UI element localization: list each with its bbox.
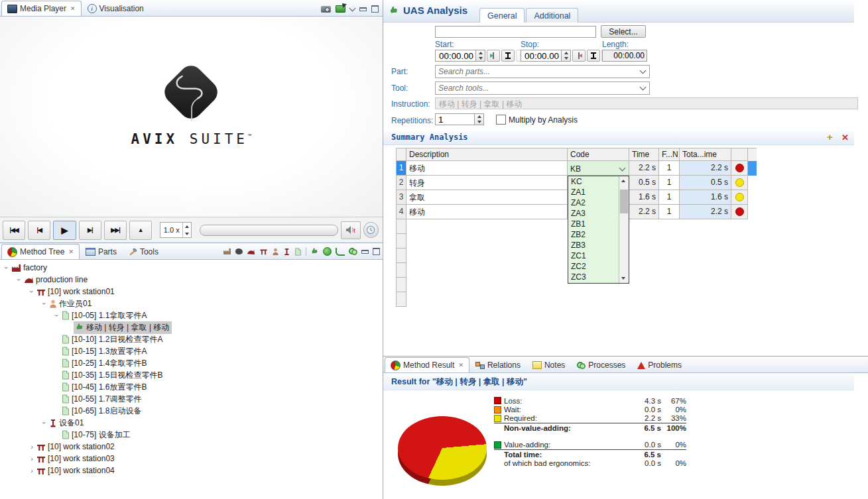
new-method-step-icon[interactable] [294,248,302,256]
tree-item-uas-analysis[interactable]: › 移动 | 转身 | 拿取 | 移动 [0,321,383,333]
new-process-icon[interactable] [349,248,357,255]
freq-cell[interactable]: 1 [659,205,680,219]
header-code[interactable]: Code [568,148,629,161]
tab-method-tree[interactable]: Method Tree ✕ [1,244,80,259]
scrollbar-thumb[interactable] [620,190,628,213]
set-start-from-player-button[interactable] [487,50,500,62]
header-time[interactable]: Time [629,148,659,161]
view-menu-icon[interactable] [349,5,356,11]
freq-cell[interactable]: 1 [659,161,680,176]
tree-item-factory[interactable]: › factory [0,262,383,274]
tab-additional[interactable]: Additional [526,8,578,23]
start-time-input[interactable] [435,50,476,62]
expander-icon[interactable]: › [28,443,36,450]
step-forward-button[interactable]: ▶| [79,221,101,240]
new-time-analysis-icon[interactable] [323,247,332,256]
start-time-spinner[interactable] [476,50,485,62]
select-button[interactable]: Select... [601,25,646,38]
stop-button[interactable]: ▲ [129,221,152,240]
tree-item-production-line[interactable]: › production line [0,274,383,286]
new-operator-icon[interactable] [272,248,279,256]
maximize-icon[interactable] [371,5,379,13]
audio-button[interactable]: ! [341,221,360,239]
multiply-checkbox[interactable] [496,115,506,125]
tree-item-step-10-35[interactable]: › [10-35] 1.5目视检查零件B [0,369,383,381]
new-factory-icon[interactable] [223,248,231,255]
tree-item-step-10-25[interactable]: › [10-25] 1.4拿取零件B [0,357,383,369]
freq-cell[interactable]: 1 [659,176,680,190]
stop-time-spinner[interactable] [562,50,571,62]
new-part-icon[interactable] [235,249,243,254]
row-selection-strip[interactable] [748,161,757,176]
tab-method-result[interactable]: Method Result ✕ [385,357,469,372]
expander-icon[interactable]: › [3,264,10,272]
description-cell[interactable]: 移动 [406,205,568,219]
tree-item-step-10-75[interactable]: › [10-75] 设备加工 [0,429,383,441]
step-back-button[interactable]: |◀ [28,221,50,240]
new-production-line-icon[interactable] [247,248,255,255]
tree-item-step-10-45[interactable]: › [10-45] 1.6放置零件B [0,381,383,393]
tree-item-operator01[interactable]: › 作业员01 [0,298,383,309]
start-marker-button[interactable] [501,50,515,62]
scroll-down-icon[interactable] [621,277,625,280]
expander-icon[interactable]: › [28,455,36,462]
expander-icon[interactable]: › [16,276,23,284]
header-total-time[interactable]: Tota...ime [680,148,731,161]
part-search-input[interactable] [436,67,641,76]
chevron-down-icon[interactable] [640,68,647,74]
code-combo[interactable]: KB [568,161,629,176]
new-uas-analysis-icon[interactable] [310,247,319,256]
repetitions-spinner[interactable] [475,113,484,125]
freq-cell[interactable]: 1 [659,190,680,205]
set-stop-from-player-button[interactable] [572,50,586,62]
tab-media-player[interactable]: Media Player ✕ [1,1,82,16]
tab-general[interactable]: General [479,8,525,23]
tree-item-step-10-55[interactable]: › [10-55] 1.7调整零件 [0,393,383,405]
tab-parts[interactable]: Parts [80,244,123,259]
tree-item-machine01[interactable]: › 设备01 [0,417,383,429]
add-row-icon[interactable]: + [827,131,833,142]
new-machine-icon[interactable] [283,248,290,256]
new-flow-icon[interactable] [336,248,345,256]
tab-relations[interactable]: Relations [469,357,527,372]
tab-processes[interactable]: Processes [571,357,631,372]
skip-to-start-button[interactable]: |◀◀ [3,221,25,240]
repetitions-input[interactable] [435,113,475,125]
stop-marker-button[interactable] [587,50,600,62]
close-icon[interactable]: ✕ [68,249,74,255]
row-number[interactable]: 2 [396,176,406,190]
tree-item-step-10-15[interactable]: › [10-15] 1.3放置零件A [0,345,383,357]
description-cell[interactable]: 拿取 [406,190,568,205]
header-description[interactable]: Description [406,148,568,161]
chevron-down-icon[interactable] [619,165,626,172]
minimize-icon[interactable] [359,7,367,11]
status-cell[interactable] [731,190,748,205]
stop-time-input[interactable] [521,50,562,62]
seek-slider[interactable] [200,225,338,236]
minimize-icon[interactable] [361,250,369,254]
empty-row[interactable] [396,292,757,307]
tree-item-step-10-10[interactable]: › [10-10] 1.2目视检查零件A [0,333,383,345]
tree-item-workstation02[interactable]: › [10] work station02 [0,441,383,453]
new-workstation-icon[interactable] [259,248,268,255]
expander-icon[interactable]: › [29,288,35,296]
part-combo[interactable] [435,65,650,78]
analysis-name-input[interactable] [435,26,596,38]
tab-problems[interactable]: Problems [631,357,688,372]
skip-to-end-button[interactable]: ▶▶| [104,221,127,240]
close-icon[interactable]: ✕ [70,5,76,12]
expander-icon[interactable]: › [41,419,48,427]
speed-control[interactable]: 1.0 x [160,222,192,238]
dropdown-scrollbar[interactable] [619,176,629,283]
tool-search-input[interactable] [436,83,641,93]
header-freq[interactable]: F...N [659,148,680,161]
close-icon[interactable]: ✕ [458,362,464,368]
tree-item-workstation03[interactable]: › [10] work station03 [0,453,383,465]
description-cell[interactable]: 转身 [406,176,568,190]
status-cell[interactable] [731,161,748,176]
maximize-icon[interactable] [373,248,380,255]
tree-item-workstation01[interactable]: › [10] work station01 [0,286,383,298]
table-row[interactable]: 1 移动 KB 2.2 s 1 2.2 s [396,161,757,176]
expander-icon[interactable]: › [28,467,36,474]
row-number[interactable]: 4 [396,205,406,219]
